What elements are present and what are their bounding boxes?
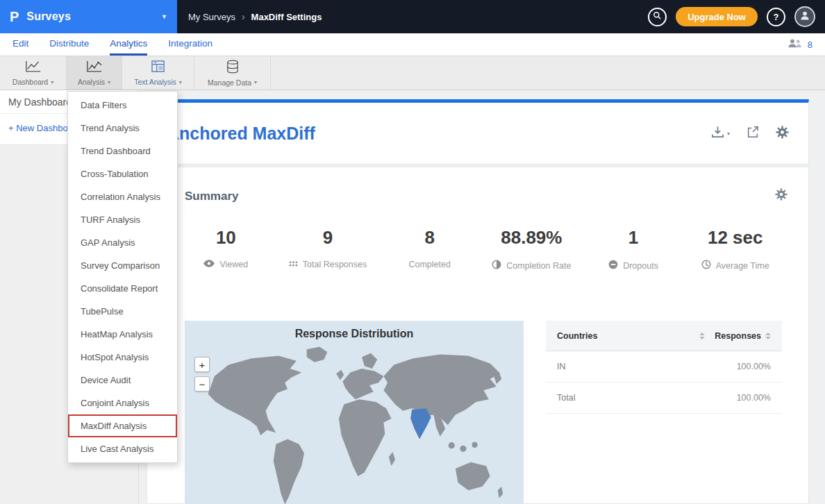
menu-item-survey-comparison[interactable]: Survey Comparison xyxy=(68,254,177,277)
breadcrumb: My Surveys › MaxDiff Settings xyxy=(188,11,322,22)
tab-analytics[interactable]: Analytics xyxy=(110,33,147,56)
avatar[interactable] xyxy=(794,6,815,27)
world-map[interactable] xyxy=(185,343,524,504)
questionpro-logo: P xyxy=(10,9,19,25)
share-button[interactable] xyxy=(747,126,759,141)
tab-integration[interactable]: Integration xyxy=(168,33,212,56)
page-title: Anchored MaxDiff xyxy=(167,124,315,144)
report-actions: ▾ xyxy=(711,126,789,142)
summary-card: Summary 10 Viewed 9 xyxy=(147,167,809,504)
menu-item-hotspot-analysis[interactable]: HotSpot Analysis xyxy=(68,346,177,369)
toolbar-analysis[interactable]: Analysis▾ xyxy=(67,56,122,90)
stat-viewed: 10 Viewed xyxy=(175,227,277,271)
sort-responses-icon[interactable] xyxy=(765,333,771,339)
analysis-dropdown-menu: Data Filters Trend Analysis Trend Dashbo… xyxy=(67,91,178,463)
topbar-actions: Upgrade Now ? xyxy=(648,6,825,27)
database-icon xyxy=(226,60,239,76)
responses-cell: 100.00% xyxy=(737,362,771,371)
caret-down-icon: ▾ xyxy=(51,79,53,85)
stat-label: Completed xyxy=(408,260,450,269)
download-button[interactable]: ▾ xyxy=(711,126,730,141)
menu-item-live-cast-analysis[interactable]: Live Cast Analysis xyxy=(68,437,177,460)
top-bar: P Surveys ▼ My Surveys › MaxDiff Setting… xyxy=(0,0,825,33)
country-cell: IN xyxy=(557,362,737,371)
toolbar-text-analysis[interactable]: Text Analysis▾ xyxy=(122,56,194,90)
stat-value: 9 xyxy=(323,227,333,249)
breadcrumb-current: MaxDiff Settings xyxy=(251,12,322,22)
table-row: Total 100.00% xyxy=(546,383,782,414)
stat-value: 12 sec xyxy=(708,227,763,249)
countries-table-header: Countries Responses xyxy=(546,321,782,351)
toolbar-text-analysis-label: Text Analysis xyxy=(134,78,176,86)
sidebar-item-label: My Dashboard xyxy=(8,96,72,108)
toolbar-dashboard[interactable]: Dashboard▾ xyxy=(0,56,67,90)
help-button[interactable]: ? xyxy=(767,8,785,26)
gear-icon xyxy=(776,126,789,142)
line-chart-icon xyxy=(25,60,42,76)
caret-down-icon: ▾ xyxy=(727,131,730,137)
stat-average-time: 12 sec Average Time xyxy=(684,227,786,271)
map-country-india xyxy=(410,408,431,439)
search-button[interactable] xyxy=(648,8,667,26)
download-icon xyxy=(711,126,724,141)
main-content: Anchored MaxDiff ▾ xyxy=(139,90,825,504)
summary-settings-button[interactable] xyxy=(775,188,788,203)
summary-heading: Summary xyxy=(185,190,238,203)
map-zoom-controls: + − xyxy=(194,357,210,392)
summary-stats: 10 Viewed 9 Total Responses 8 xyxy=(175,227,786,271)
menu-item-cross-tabulation[interactable]: Cross-Tabulation xyxy=(68,162,177,185)
breadcrumb-separator-icon: › xyxy=(242,11,245,22)
menu-item-conjoint-analysis[interactable]: Conjoint Analysis xyxy=(68,392,177,414)
stat-completion-rate: 88.89% Completion Rate xyxy=(481,227,583,271)
dots-grid-icon xyxy=(289,260,298,269)
settings-button[interactable] xyxy=(776,126,789,142)
breadcrumb-my-surveys[interactable]: My Surveys xyxy=(188,12,235,22)
stat-label: Dropouts xyxy=(623,261,658,271)
menu-item-trend-analysis[interactable]: Trend Analysis xyxy=(68,117,177,140)
menu-item-tubepulse[interactable]: TubePulse xyxy=(68,300,177,323)
toolbar-manage-data-label: Manage Data xyxy=(208,78,251,87)
caret-down-icon: ▾ xyxy=(254,79,257,85)
chevron-down-icon: ▼ xyxy=(161,13,167,20)
menu-item-turf-analysis[interactable]: TURF Analysis xyxy=(68,208,177,231)
collaborators[interactable]: 8 xyxy=(788,38,812,51)
menu-item-heatmap-analysis[interactable]: HeatMap Analysis xyxy=(68,323,177,346)
caret-down-icon: ▾ xyxy=(108,79,110,85)
tab-distribute[interactable]: Distribute xyxy=(49,33,89,56)
menu-item-device-audit[interactable]: Device Audit xyxy=(68,369,177,392)
survey-nav: Edit Distribute Analytics Integration 8 xyxy=(0,33,825,56)
stat-label: Total Responses xyxy=(303,260,367,269)
gear-icon xyxy=(775,191,788,203)
menu-item-consolidate-report[interactable]: Consolidate Report xyxy=(68,277,177,300)
search-icon xyxy=(653,11,662,22)
menu-item-maxdiff-analysis[interactable]: MaxDiff Analysis xyxy=(68,414,177,437)
zoom-in-button[interactable]: + xyxy=(194,357,210,372)
menu-item-correlation-analysis[interactable]: Correlation Analysis xyxy=(68,185,177,208)
zoom-out-button[interactable]: − xyxy=(194,376,210,392)
tab-edit[interactable]: Edit xyxy=(12,33,28,56)
table-row: IN 100.00% xyxy=(546,351,782,383)
menu-item-gap-analysis[interactable]: GAP Analysis xyxy=(68,231,177,254)
countries-table: Countries Responses IN 100.00% Total 100… xyxy=(546,321,782,414)
responses-cell: 100.00% xyxy=(737,393,771,403)
text-table-icon xyxy=(151,60,165,76)
toolbar-dashboard-label: Dashboard xyxy=(12,78,48,86)
menu-item-trend-dashboard[interactable]: Trend Dashboard xyxy=(68,140,177,162)
menu-item-data-filters[interactable]: Data Filters xyxy=(68,94,177,117)
sort-countries-icon[interactable] xyxy=(699,333,705,339)
app-screen: P Surveys ▼ My Surveys › MaxDiff Setting… xyxy=(0,0,825,504)
share-icon xyxy=(747,126,759,141)
stat-value: 1 xyxy=(628,227,638,249)
toolbar-manage-data[interactable]: Manage Data▾ xyxy=(194,56,271,90)
stat-value: 8 xyxy=(424,227,434,249)
user-icon xyxy=(799,10,810,24)
product-switcher[interactable]: P Surveys ▼ xyxy=(0,0,177,33)
line-chart-icon xyxy=(86,60,103,76)
report-title-card: Anchored MaxDiff ▾ xyxy=(147,99,809,165)
upgrade-now-button[interactable]: Upgrade Now xyxy=(676,7,758,26)
stat-completed: 8 Completed xyxy=(378,227,481,271)
app-name: Surveys xyxy=(26,10,161,23)
column-countries: Countries xyxy=(557,331,597,341)
stat-label: Average Time xyxy=(716,261,769,271)
eye-icon xyxy=(203,260,215,269)
